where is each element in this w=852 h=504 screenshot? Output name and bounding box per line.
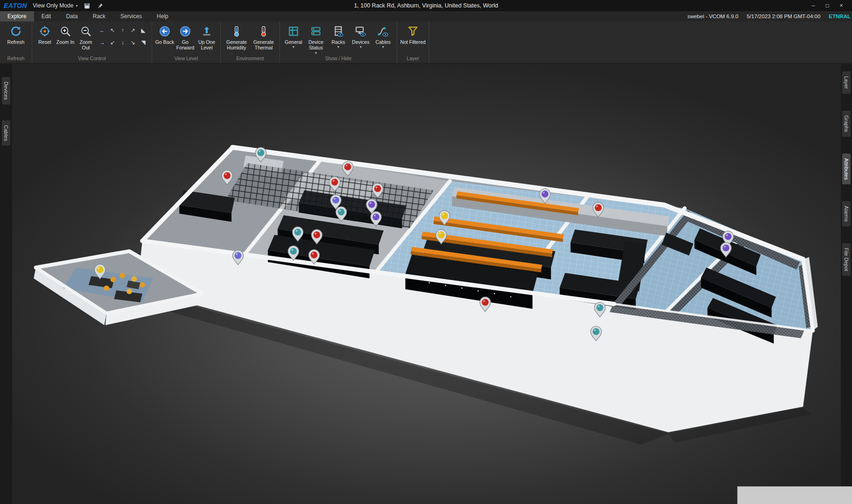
generate-thermal-button[interactable]: Generate Thermal — [250, 22, 277, 51]
pan-arrow-button[interactable]: ↘ — [128, 36, 138, 49]
pan-arrow-button[interactable]: ↑ — [118, 24, 128, 36]
generate-humidity-button[interactable]: Generate Humidity — [223, 22, 250, 51]
window-title: 1, 100 Rack Rd, Ashburn, Virginia, Unite… — [354, 2, 498, 9]
pin-icon[interactable] — [96, 2, 104, 9]
not-filtered-label: Not Filtered — [400, 39, 426, 45]
ribbon: Refresh Refresh Reset Zoom In — [0, 21, 852, 63]
racks-icon — [332, 24, 344, 38]
device-status-dropdown-button[interactable]: Device Status ▼ — [305, 22, 327, 55]
save-icon[interactable] — [83, 2, 91, 9]
up-one-level-button[interactable]: Up One Level — [196, 22, 218, 51]
devices-dropdown-button[interactable]: Devices ▼ — [349, 22, 372, 49]
go-back-label: Go Back — [155, 39, 174, 45]
reset-icon — [39, 24, 51, 38]
left-tab-strip: Devices Cables — [0, 64, 12, 504]
floorplan-3d-viewport[interactable] — [0, 0, 852, 504]
not-filtered-button[interactable]: Not Filtered — [399, 22, 426, 45]
refresh-label: Refresh — [7, 39, 25, 45]
zoom-out-button[interactable]: Zoom Out — [76, 22, 96, 51]
ribbon-group-label: Show / Hide — [282, 55, 394, 63]
racks-label: Racks — [331, 39, 345, 45]
window-controls: – □ × — [806, 0, 848, 11]
ribbon-group-view-level: Go Back Go Forward Up One Level View Lev… — [152, 21, 221, 63]
go-back-button[interactable]: Go Back — [154, 22, 175, 45]
user-version-label: swebel - VCOM 6.9.0 — [687, 14, 738, 19]
ribbon-group-view-control: Reset Zoom In Zoom Out ←↖↑↗◣→↙↓↘◥ View C… — [32, 21, 152, 63]
refresh-icon — [10, 24, 22, 38]
maximize-button[interactable]: □ — [820, 0, 834, 11]
pan-arrow-button[interactable]: ↙ — [107, 36, 118, 49]
general-icon — [287, 24, 300, 38]
building — [34, 147, 817, 445]
pan-arrow-button[interactable]: ◥ — [138, 36, 148, 49]
go-back-icon — [159, 24, 171, 38]
ribbon-group-label: Environment — [223, 55, 277, 63]
go-forward-button[interactable]: Go Forward — [175, 22, 196, 51]
menu-tab-services[interactable]: Services — [113, 11, 149, 21]
chevron-down-icon: ▼ — [314, 51, 318, 55]
zoom-out-icon — [80, 24, 92, 38]
view-mode-dropdown[interactable]: View Only Mode ▾ — [33, 2, 77, 9]
filter-icon — [407, 24, 419, 38]
cables-label: Cables — [376, 39, 391, 45]
reset-label: Reset — [38, 39, 51, 45]
chevron-down-icon: ▾ — [76, 4, 77, 8]
cables-icon — [377, 24, 389, 38]
refresh-button[interactable]: Refresh — [2, 22, 29, 45]
ribbon-group-layer: Not Filtered Layer — [397, 21, 429, 63]
zoom-in-icon — [59, 24, 71, 38]
right-tab-strip: Layer Graphs Attributes Alarms File Depo… — [841, 64, 852, 504]
pan-arrow-button[interactable]: ↗ — [128, 24, 138, 36]
watermark-label: ETNRAL — [829, 14, 851, 19]
reset-button[interactable]: Reset — [35, 22, 55, 45]
ribbon-group-show-hide: General ▼ Device Status ▼ Racks ▼ — [280, 21, 397, 63]
menubar: Explore Edit Data Rack Services Help swe… — [0, 11, 852, 21]
menu-tab-data[interactable]: Data — [58, 11, 85, 21]
sidebar-tab-alarms[interactable]: Alarms — [842, 201, 851, 226]
sidebar-tab-devices[interactable]: Devices — [2, 77, 10, 105]
sidebar-tab-layer[interactable]: Layer — [842, 71, 851, 94]
menu-tab-rack[interactable]: Rack — [85, 11, 113, 21]
thermal-icon — [258, 24, 270, 38]
menu-tab-help[interactable]: Help — [149, 11, 176, 21]
chevron-down-icon: ▼ — [382, 45, 385, 49]
chevron-down-icon: ▼ — [359, 45, 363, 49]
eaton-logo: EATON — [4, 2, 27, 9]
sidebar-tab-graphs[interactable]: Graphs — [842, 111, 851, 137]
ribbon-group-refresh: Refresh Refresh — [0, 21, 32, 63]
ribbon-group-label: View Control — [35, 55, 149, 63]
general-dropdown-button[interactable]: General ▼ — [282, 22, 305, 49]
menu-tab-edit[interactable]: Edit — [34, 11, 59, 21]
humidity-icon — [230, 24, 243, 38]
menu-tab-explore[interactable]: Explore — [0, 11, 34, 21]
general-label: General — [285, 39, 302, 45]
up-one-level-label: Up One Level — [196, 39, 218, 51]
ribbon-group-label: Layer — [399, 55, 426, 63]
close-button[interactable]: × — [834, 0, 848, 11]
pan-rotate-cluster: ←↖↑↗◣→↙↓↘◥ — [97, 24, 148, 49]
zoom-in-button[interactable]: Zoom In — [55, 22, 76, 45]
chevron-down-icon: ▼ — [292, 45, 295, 49]
up-one-level-icon — [201, 24, 213, 38]
minimize-button[interactable]: – — [806, 0, 820, 11]
generate-humidity-label: Generate Humidity — [223, 39, 250, 51]
sidebar-tab-cables[interactable]: Cables — [2, 120, 10, 146]
go-forward-label: Go Forward — [175, 39, 196, 51]
zoom-out-label: Zoom Out — [76, 39, 96, 51]
ribbon-group-environment: Generate Humidity Generate Thermal Envir… — [221, 21, 280, 63]
timestamp-label: 5/17/2023 2:08 PM GMT-04:00 — [747, 14, 820, 19]
racks-dropdown-button[interactable]: Racks ▼ — [327, 22, 349, 49]
pan-arrow-button[interactable]: ↓ — [118, 36, 128, 49]
pan-arrow-button[interactable]: ↖ — [107, 24, 118, 36]
ribbon-group-label: Refresh — [2, 55, 29, 63]
device-status-icon — [310, 24, 322, 38]
chevron-down-icon: ▼ — [337, 45, 340, 49]
pan-arrow-button[interactable]: → — [97, 36, 107, 49]
sidebar-tab-attributes[interactable]: Attributes — [842, 154, 851, 184]
pan-arrow-button[interactable]: ← — [97, 24, 107, 36]
device-status-label: Device Status — [305, 39, 327, 51]
pan-arrow-button[interactable]: ◣ — [138, 24, 148, 36]
cables-dropdown-button[interactable]: Cables ▼ — [372, 22, 394, 49]
sidebar-tab-file-depot[interactable]: File Depot — [842, 243, 851, 276]
devices-label: Devices — [352, 39, 369, 45]
